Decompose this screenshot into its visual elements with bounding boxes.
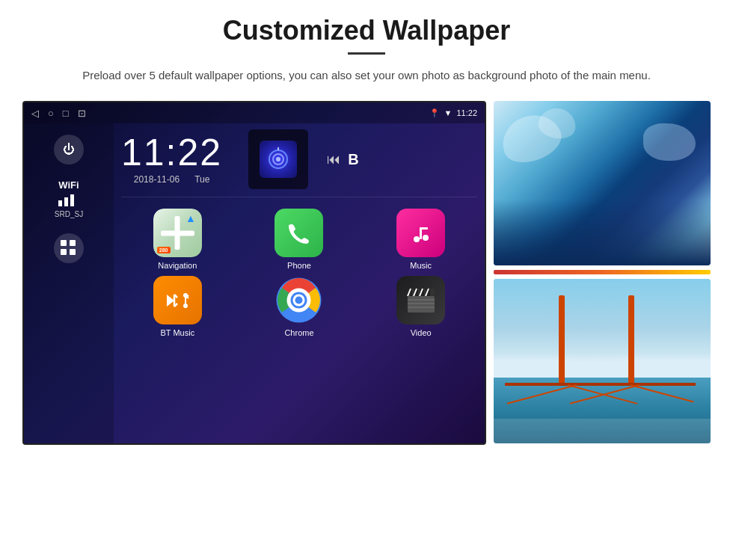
status-bar-right: 📍 ▼ 11:22: [429, 108, 477, 118]
status-bar-left: ◁ ○ □ ⊡: [31, 108, 86, 119]
svg-rect-2: [70, 194, 74, 206]
back-nav-icon[interactable]: ◁: [31, 108, 39, 119]
left-sidebar: ⏻ WiFi SRD_SJ: [24, 123, 114, 443]
wallpaper-previews: [494, 101, 711, 443]
btmusic-app-label: BT Music: [161, 328, 195, 337]
app-item-video[interactable]: Video: [364, 276, 477, 337]
wallpaper-preview-bridge: [494, 279, 711, 443]
wifi-label: WiFi: [55, 179, 83, 191]
wallpaper-preview-glacier: [494, 101, 711, 265]
media-controls: ⏮ B: [327, 151, 358, 168]
svg-rect-4: [70, 240, 76, 246]
media-widget: [248, 129, 308, 189]
status-time: 11:22: [456, 108, 477, 117]
title-divider: [348, 52, 385, 55]
chrome-app-label: Chrome: [284, 328, 313, 337]
recent-nav-icon[interactable]: □: [63, 108, 69, 119]
wifi-bars: [55, 193, 83, 209]
music-app-label: Music: [410, 261, 432, 270]
home-nav-icon[interactable]: ○: [48, 108, 54, 119]
svg-point-12: [423, 235, 429, 241]
android-screen: ◁ ○ □ ⊡ 📍 ▼ 11:22 ⏻: [22, 101, 486, 445]
svg-rect-37: [408, 296, 435, 313]
clock-date-value: 2018-11-06: [134, 174, 180, 185]
svg-rect-5: [61, 249, 67, 255]
page-container: Customized Wallpaper Preload over 5 defa…: [0, 0, 733, 560]
app-item-btmusic[interactable]: BT Music: [121, 276, 234, 337]
skip-prev-icon[interactable]: ⏮: [327, 152, 340, 167]
app-item-phone[interactable]: Phone: [243, 209, 356, 270]
phone-app-label: Phone: [287, 261, 311, 270]
screen-body: ⏻ WiFi SRD_SJ: [24, 123, 485, 443]
svg-rect-6: [70, 249, 76, 255]
page-description: Preload over 5 default wallpaper options…: [82, 67, 651, 84]
clock-day-value: Tue: [194, 174, 209, 185]
svg-rect-3: [61, 240, 67, 246]
clock-time: 11:22: [121, 134, 222, 171]
phone-app-icon: [275, 209, 323, 257]
content-area: ◁ ○ □ ⊡ 📍 ▼ 11:22 ⏻: [30, 101, 703, 445]
app-item-navigation[interactable]: 280 ▲ Navigation: [121, 209, 234, 270]
btmusic-app-icon: [153, 276, 202, 324]
wifi-status-icon: ▼: [444, 108, 453, 117]
signal-icon: [260, 141, 297, 178]
svg-rect-0: [58, 200, 62, 206]
svg-point-9: [276, 157, 280, 161]
wifi-info: WiFi SRD_SJ: [55, 179, 83, 218]
chrome-app-icon: [275, 276, 323, 324]
main-content: 11:22 2018-11-06 Tue: [114, 123, 485, 443]
power-button[interactable]: ⏻: [54, 135, 84, 164]
wallpaper-strip: [494, 270, 711, 274]
video-app-label: Video: [411, 328, 432, 337]
video-app-icon: [396, 276, 445, 324]
svg-point-11: [414, 236, 420, 242]
media-label: B: [348, 151, 358, 168]
app-grid: 280 ▲ Navigation: [121, 209, 477, 337]
page-title: Customized Wallpaper: [223, 15, 511, 46]
svg-rect-14: [420, 227, 428, 230]
apps-grid-button[interactable]: [54, 233, 84, 263]
app-item-chrome[interactable]: Chrome: [243, 276, 356, 337]
music-app-icon: [396, 209, 445, 257]
status-bar: ◁ ○ □ ⊡ 📍 ▼ 11:22: [24, 102, 485, 123]
navigation-app-label: Navigation: [158, 261, 197, 270]
svg-rect-1: [64, 197, 68, 206]
power-icon: ⏻: [63, 143, 75, 156]
clock-display: 11:22 2018-11-06 Tue: [121, 134, 222, 185]
clock-date: 2018-11-06 Tue: [121, 174, 222, 185]
app-item-music[interactable]: Music: [364, 209, 477, 270]
svg-point-27: [295, 297, 303, 304]
clock-section: 11:22 2018-11-06 Tue: [121, 129, 477, 197]
wifi-network-name: SRD_SJ: [55, 210, 83, 218]
location-icon: 📍: [429, 108, 440, 118]
navigation-app-icon: 280 ▲: [153, 209, 202, 257]
screenshot-nav-icon[interactable]: ⊡: [78, 108, 86, 119]
